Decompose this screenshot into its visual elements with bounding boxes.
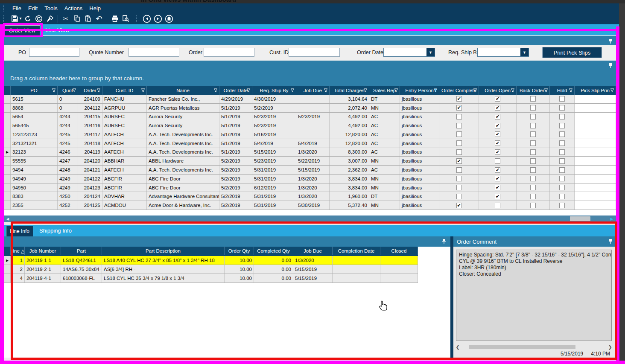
col-header-quot[interactable]: Quot	[58, 86, 78, 95]
cell-open[interactable]: ✔	[479, 148, 517, 157]
checkbox-hold[interactable]	[559, 131, 565, 137]
group-by-bar[interactable]: Drag a column header here to group by th…	[4, 70, 616, 86]
pin-icon[interactable]	[442, 238, 446, 246]
cell-open[interactable]	[479, 157, 517, 165]
cell-back[interactable]	[517, 148, 550, 157]
filter-icon[interactable]	[96, 88, 101, 93]
order-date-dropdown[interactable]: ▼	[383, 48, 435, 57]
print-pick-slips-button[interactable]: Print Pick Slips	[542, 47, 602, 58]
col-header-pick[interactable]: Pick Slip Prin	[575, 86, 616, 95]
table-row[interactable]: 88680204112AGRPUUAGR Puertas Metalicas5/…	[4, 104, 616, 113]
checkbox-open[interactable]: ✔	[495, 149, 500, 155]
col-header-completion[interactable]: Completion Date	[333, 247, 380, 255]
tab-line-view[interactable]: Line View	[45, 24, 69, 35]
cell-open[interactable]: ✔	[479, 139, 517, 148]
clear-icon[interactable]	[44, 14, 55, 24]
col-header-qty[interactable]: Order Qty	[225, 247, 254, 255]
table-row[interactable]: 555554247204120ABBHARABBL Hardware5/2/20…	[4, 157, 616, 166]
col-header-hold[interactable]: Hold	[550, 86, 575, 95]
checkbox-back[interactable]	[530, 185, 536, 190]
pin-icon[interactable]	[608, 239, 613, 245]
col-header-job_due[interactable]: Job Due	[296, 86, 330, 95]
cell-complete[interactable]	[439, 166, 479, 174]
checkbox-hold[interactable]	[559, 176, 565, 181]
order-input[interactable]	[204, 48, 254, 57]
row-selector[interactable]	[4, 183, 11, 192]
cell-hold[interactable]	[550, 157, 575, 165]
checkbox-open[interactable]: ✔	[495, 194, 500, 199]
checkbox-hold[interactable]	[559, 167, 565, 173]
row-selector[interactable]	[4, 166, 11, 174]
copy-icon[interactable]	[71, 14, 82, 24]
checkbox-open[interactable]: ✔	[495, 167, 500, 173]
checkbox-open[interactable]: ✔	[495, 114, 500, 119]
cell-open[interactable]: ✔	[479, 175, 517, 183]
cell-hold[interactable]	[550, 95, 575, 103]
cell-back[interactable]	[517, 113, 550, 121]
table-row[interactable]: ▶1204119-1-1LS18-Q4246L1LS18 A40 CYL HC …	[4, 256, 418, 265]
col-header-closed[interactable]: Closed	[380, 247, 418, 255]
col-header-part[interactable]: Part	[61, 247, 102, 255]
po-input[interactable]	[29, 48, 79, 57]
cell-hold[interactable]	[550, 139, 575, 148]
table-row[interactable]: 3213213214245204118AATECHA.A. Tech. Deve…	[4, 139, 616, 148]
cell-hold[interactable]	[550, 201, 575, 210]
refresh-icon[interactable]	[22, 14, 33, 24]
filter-icon[interactable]	[473, 88, 477, 93]
col-header-rep[interactable]: Sales Rep	[369, 86, 400, 95]
filter-icon[interactable]	[324, 88, 328, 93]
cell-open[interactable]: ✔	[479, 121, 517, 130]
scrollbar-thumb[interactable]	[570, 216, 590, 221]
filter-icon[interactable]	[290, 88, 295, 93]
checkbox-complete[interactable]: ✔	[456, 105, 462, 111]
pin-icon[interactable]	[608, 62, 613, 70]
checkbox-back[interactable]	[530, 167, 536, 173]
checkbox-open[interactable]: ✔	[495, 96, 500, 102]
checkbox-hold[interactable]	[559, 194, 565, 199]
cut-icon[interactable]: ✂	[60, 14, 71, 24]
cell-complete[interactable]	[439, 130, 479, 139]
checkbox-back[interactable]	[530, 96, 536, 102]
cell-back[interactable]	[517, 166, 550, 174]
menu-tools[interactable]: Tools	[41, 4, 61, 12]
row-selector[interactable]	[4, 274, 11, 282]
col-header-due[interactable]: Job Due	[293, 247, 333, 255]
cell-hold[interactable]	[550, 113, 575, 121]
checkbox-complete[interactable]	[456, 131, 462, 137]
cell-complete[interactable]	[439, 175, 479, 183]
filter-icon[interactable]	[394, 88, 398, 93]
checkbox-hold[interactable]	[559, 105, 565, 111]
table-row[interactable]: 5654454244204116AURSECAurora Security5/1…	[4, 121, 616, 130]
cell-complete[interactable]: ✔	[439, 157, 479, 165]
table-row[interactable]: 83834250204124ADVHARAdvantage Hardware C…	[4, 192, 616, 201]
cell-back[interactable]	[517, 139, 550, 148]
cell-back[interactable]	[517, 201, 550, 210]
table-row[interactable]: 56150204109FANCHUFancher Sales Co. Inc.,…	[4, 95, 616, 104]
filter-icon[interactable]	[72, 88, 76, 93]
cell-hold[interactable]	[550, 104, 575, 112]
col-header-job[interactable]: Job Number	[25, 247, 61, 255]
home-icon[interactable]	[164, 14, 175, 24]
filter-icon[interactable]	[213, 88, 218, 93]
cell-complete[interactable]: ✔	[439, 104, 479, 112]
checkbox-back[interactable]	[530, 176, 536, 181]
cell-hold[interactable]	[550, 166, 575, 174]
col-header-req_ship[interactable]: Req. Ship By	[252, 86, 296, 95]
table-row[interactable]: 1231231234245204117AATECHA.A. Tech. Deve…	[4, 130, 616, 139]
table-row[interactable]: 94944248204121AATECHA.A. Tech. Developme…	[4, 166, 616, 175]
col-header-cust[interactable]: Cust. ID	[102, 86, 147, 95]
table-row[interactable]: ▶321234246204119AATECHA.A. Tech. Develop…	[4, 148, 616, 157]
checkbox-open[interactable]: ✔	[495, 123, 500, 128]
checkbox-open[interactable]: ✔	[495, 176, 500, 181]
filter-icon[interactable]	[610, 88, 614, 93]
filter-icon[interactable]	[511, 88, 515, 93]
grid-hscrollbar[interactable]: ◀ ▶	[4, 215, 616, 222]
checkbox-complete[interactable]	[456, 123, 462, 128]
checkbox-open[interactable]: ✔	[495, 140, 500, 146]
cell-open[interactable]: ✔	[479, 130, 517, 139]
filter-icon[interactable]	[52, 88, 56, 93]
checkbox-complete[interactable]	[456, 194, 462, 199]
sync-icon[interactable]	[33, 14, 44, 24]
cell-complete[interactable]	[439, 148, 479, 157]
req-ship-by-dropdown[interactable]: ▼	[477, 48, 529, 57]
